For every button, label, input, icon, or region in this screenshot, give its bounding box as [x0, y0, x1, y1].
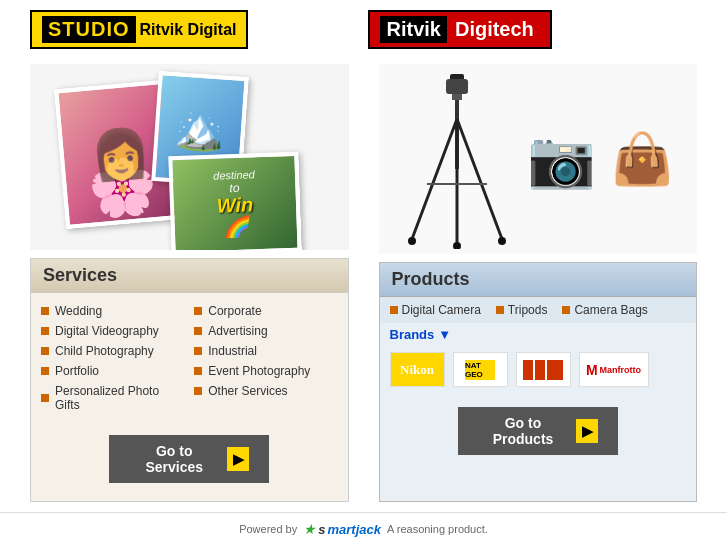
bullet-icon — [194, 307, 202, 315]
goto-arrow-icon: ▶ — [227, 447, 249, 471]
bullet-icon — [194, 327, 202, 335]
powered-by-text: Powered by — [239, 523, 297, 535]
studio-logo[interactable]: STUDIO Ritvik Digital — [30, 10, 248, 49]
list-item: Corporate — [194, 301, 337, 321]
services-col-1: Wedding Digital Videography Child Photog… — [41, 301, 184, 415]
goto-products-label: Go to Products — [478, 415, 569, 447]
bullet-icon — [194, 387, 202, 395]
products-title: Products — [392, 269, 470, 289]
service-label: Event Photography — [208, 364, 310, 378]
list-item: Child Photography — [41, 341, 184, 361]
studio-text: STUDIO — [42, 16, 136, 43]
list-item: Advertising — [194, 321, 337, 341]
ritvik-logo[interactable]: Ritvik Digitech — [368, 10, 551, 49]
brand-other[interactable] — [516, 352, 571, 387]
services-header: Services — [31, 259, 348, 293]
bullet-icon — [194, 347, 202, 355]
svg-line-2 — [412, 119, 457, 239]
services-content: Wedding Digital Videography Child Photog… — [31, 293, 348, 423]
tripod-svg — [402, 69, 512, 249]
tab-bullet-icon — [496, 306, 504, 314]
left-panel: 🌸 👩 🏔️ destined to Win 🌈 S — [30, 64, 349, 502]
product-image-area: 📷 👜 — [379, 64, 698, 254]
svg-point-8 — [453, 242, 461, 249]
tab-bullet-icon — [562, 306, 570, 314]
smartjack-logo[interactable]: ★ smartjack — [303, 521, 381, 537]
header: STUDIO Ritvik Digital Ritvik Digitech — [0, 0, 727, 59]
natgeo-label: NAT GEO — [465, 361, 495, 379]
service-label: Corporate — [208, 304, 261, 318]
service-label: Digital Videography — [55, 324, 159, 338]
smartjack-icon: ★ — [303, 521, 316, 537]
brand-other-svg — [521, 355, 566, 385]
products-tabs: Digital Camera Tripods Camera Bags — [380, 297, 697, 323]
service-label: Advertising — [208, 324, 267, 338]
footer: Powered by ★ smartjack A reasoning produ… — [0, 512, 727, 545]
tab-bullet-icon — [390, 306, 398, 314]
bullet-icon — [41, 367, 49, 375]
photo-collage: 🌸 👩 🏔️ destined to Win 🌈 — [30, 64, 349, 250]
tab-digital-camera[interactable]: Digital Camera — [390, 303, 481, 317]
tab-tripods-label: Tripods — [508, 303, 548, 317]
brand-manfrotto[interactable]: M Manfrotto — [579, 352, 649, 387]
svg-rect-9 — [446, 79, 468, 94]
right-panel: 📷 👜 Products Digital Camera — [379, 64, 698, 502]
ritvik-part: Ritvik — [380, 16, 446, 43]
camera-image: 📷 — [527, 127, 596, 192]
list-item: Industrial — [194, 341, 337, 361]
list-item: Other Services — [194, 381, 337, 401]
natgeo-box: NAT GEO — [465, 360, 495, 380]
tripod-image: 📷 👜 — [379, 64, 698, 254]
service-label: Other Services — [208, 384, 287, 398]
goto-services-button[interactable]: Go to Services ▶ — [109, 435, 269, 483]
tab-camera-bags[interactable]: Camera Bags — [562, 303, 647, 317]
camera-bag-image: 👜 — [611, 130, 673, 188]
service-label: Child Photography — [55, 344, 154, 358]
main-container: STUDIO Ritvik Digital Ritvik Digitech 🌸 … — [0, 0, 727, 545]
svg-rect-14 — [556, 360, 563, 380]
services-box: Services Wedding Digital Videography — [30, 258, 349, 502]
tab-tripods[interactable]: Tripods — [496, 303, 548, 317]
photo-card-3: destined to Win 🌈 — [168, 152, 301, 250]
svg-point-7 — [498, 237, 506, 245]
list-item: Portfolio — [41, 361, 184, 381]
svg-rect-11 — [523, 360, 533, 380]
products-box: Products Digital Camera Tripods Camera B… — [379, 262, 698, 502]
services-col-2: Corporate Advertising Industrial Ev — [194, 301, 337, 415]
service-label: Industrial — [208, 344, 257, 358]
bullet-icon — [41, 307, 49, 315]
svg-rect-13 — [547, 360, 557, 380]
chevron-down-icon: ▼ — [438, 327, 451, 342]
bullet-icon — [194, 367, 202, 375]
brands-area: Brands ▼ Nikon NAT GEO — [380, 323, 697, 395]
bullet-icon — [41, 394, 49, 402]
goto-products-button[interactable]: Go to Products ▶ — [458, 407, 618, 455]
svg-rect-12 — [535, 360, 545, 380]
svg-rect-10 — [452, 94, 462, 100]
products-header: Products — [380, 263, 697, 297]
tab-digital-camera-label: Digital Camera — [402, 303, 481, 317]
brand-natgeo[interactable]: NAT GEO — [453, 352, 508, 387]
service-label: Portfolio — [55, 364, 99, 378]
nikon-label: Nikon — [400, 362, 434, 378]
tab-camera-bags-label: Camera Bags — [574, 303, 647, 317]
smartjack-s: s — [318, 522, 325, 537]
svg-line-3 — [457, 119, 502, 239]
services-title: Services — [43, 265, 117, 285]
list-item: Event Photography — [194, 361, 337, 381]
svg-point-6 — [408, 237, 416, 245]
digitech-part: Digitech — [449, 16, 540, 43]
goto-arrow-icon: ▶ — [576, 419, 597, 443]
brands-dropdown[interactable]: Brands ▼ — [390, 327, 687, 342]
brand-nikon[interactable]: Nikon — [390, 352, 445, 387]
list-item: Digital Videography — [41, 321, 184, 341]
list-item: Wedding — [41, 301, 184, 321]
studio-ritvik-text: Ritvik Digital — [140, 21, 237, 39]
bullet-icon — [41, 347, 49, 355]
footer-tagline: A reasoning product. — [387, 523, 488, 535]
list-item: Personalized Photo Gifts — [41, 381, 184, 415]
smartjack-name: martjack — [327, 522, 380, 537]
service-label: Wedding — [55, 304, 102, 318]
brands-label-text: Brands — [390, 327, 435, 342]
bullet-icon — [41, 327, 49, 335]
